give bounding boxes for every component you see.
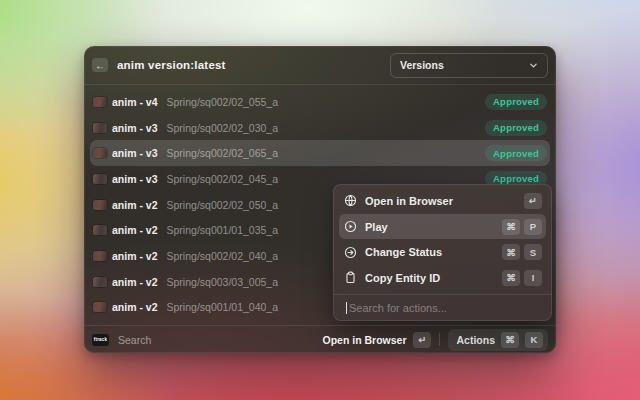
status-badge: Approved [485,94,547,110]
version-thumbnail [93,302,107,312]
launcher-window: ← anim version:latest Versions anim - v4… [84,46,556,353]
search-query[interactable]: anim version:latest [117,59,390,71]
item-title: anim - v3 [112,147,158,159]
version-thumbnail [93,97,107,107]
text-caret [346,302,347,314]
header: ← anim version:latest Versions [84,46,556,85]
item-title: anim - v2 [112,250,158,262]
enter-key-icon: ↵ [524,193,542,209]
key-icon: P [524,219,542,235]
actions-search-placeholder: Search for actions... [349,302,447,314]
shortcut-keys: ⌘S [502,244,542,260]
list-item[interactable]: anim - v3Spring/sq002/02_030_aApproved [90,115,550,141]
cmd-key-icon: ⌘ [502,219,520,235]
shortcut-keys: ⌘I [502,270,542,286]
k-key-icon: K [525,332,543,348]
menu-item-label: Copy Entity ID [365,272,502,284]
actions-menu: Open in Browser↵Play⌘PChange Status⌘SCop… [333,184,552,321]
item-title: anim - v2 [112,301,158,313]
cmd-key-icon: ⌘ [502,270,520,286]
key-icon: I [524,270,542,286]
footer-search-label[interactable]: Search [118,334,322,346]
footer: ftrack Search Open in Browser ↵ Actions … [84,325,556,353]
item-title: anim - v4 [112,96,158,108]
list-item[interactable]: anim - v3Spring/sq002/02_065_aApproved [90,140,550,166]
item-subtitle: Spring/sq002/02_065_a [167,147,486,159]
version-thumbnail [93,174,107,184]
versions-dropdown-label: Versions [400,59,529,71]
primary-action-label: Open in Browser [322,334,406,346]
status-badge: Approved [485,145,547,161]
menu-item-label: Open in Browser [365,195,524,207]
version-thumbnail [93,251,107,261]
footer-divider [439,333,440,346]
ftrack-logo: ftrack [92,334,109,346]
menu-item-copy-entity-id[interactable]: Copy Entity ID⌘I [339,265,546,291]
version-thumbnail [93,277,107,287]
cmd-key-icon: ⌘ [501,332,519,348]
menu-item-change-status[interactable]: Change Status⌘S [339,239,546,265]
item-subtitle: Spring/sq002/02_055_a [167,96,486,108]
version-thumbnail [93,123,107,133]
key-icon: S [524,244,542,260]
menu-item-label: Play [365,221,502,233]
version-thumbnail [93,225,107,235]
status-badge: Approved [485,120,547,136]
play-circle-icon [344,220,357,233]
versions-dropdown[interactable]: Versions [390,53,548,78]
chevron-down-icon [529,61,538,70]
primary-action-button[interactable]: Open in Browser ↵ [322,332,431,348]
menu-item-open-in-browser[interactable]: Open in Browser↵ [339,188,546,214]
actions-search-input[interactable]: Search for actions... [333,295,552,322]
actions-menu-items: Open in Browser↵Play⌘PChange Status⌘SCop… [333,184,552,291]
version-thumbnail [93,148,107,158]
back-button[interactable]: ← [92,58,108,72]
actions-button[interactable]: Actions ⌘ K [448,329,548,351]
item-title: anim - v3 [112,122,158,134]
item-subtitle: Spring/sq002/02_030_a [167,122,486,134]
list-item[interactable]: anim - v4Spring/sq002/02_055_aApproved [90,89,550,115]
item-title: anim - v3 [112,173,158,185]
item-title: anim - v2 [112,224,158,236]
globe-icon [344,194,357,207]
shortcut-keys: ⌘P [502,219,542,235]
menu-item-label: Change Status [365,246,502,258]
cmd-key-icon: ⌘ [502,244,520,260]
item-title: anim - v2 [112,276,158,288]
item-title: anim - v2 [112,199,158,211]
enter-key-icon: ↵ [413,332,431,348]
arrow-right-circle-icon [344,246,357,259]
version-thumbnail [93,200,107,210]
actions-button-label: Actions [456,334,495,346]
clipboard-icon [344,271,357,284]
menu-item-play[interactable]: Play⌘P [339,214,546,240]
shortcut-keys: ↵ [524,193,542,209]
